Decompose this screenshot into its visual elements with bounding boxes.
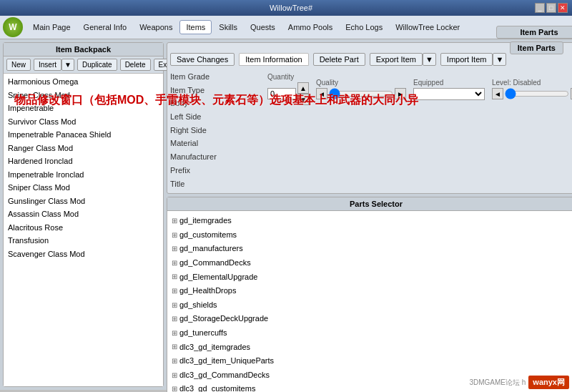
item-list[interactable]: Harmonious OmegaSniper Class ModImpenetr… [4,74,163,386]
menu-main-page[interactable]: Main Page [27,21,77,34]
insert-dropdown-button[interactable]: ▼ [61,59,74,71]
tree-expand-icon[interactable]: ⊞ [172,258,177,269]
save-changes-button[interactable]: Save Changes [170,53,235,66]
window-controls[interactable]: _ □ ✕ [535,3,568,13]
quality-group: Quality ◄ ► [316,79,406,99]
menu-ammo-pools[interactable]: Ammo Pools [282,21,338,34]
tree-item[interactable]: ⊞gd_StorageDeckUpgrade [170,312,572,326]
item-parts-top-header: Item Parts [510,41,563,54]
tree-item-label: gd_manufacturers [179,242,243,255]
item-field-label: Manufacturer [170,150,256,164]
menu-items[interactable]: Items [179,20,212,34]
tree-item-label: gd_tunercuffs [179,327,227,340]
quantity-input[interactable]: 0 [267,88,296,99]
new-button[interactable]: New [6,59,31,71]
delete-part-button[interactable]: Delete Part [313,53,365,66]
watermark: 3DMGAME论坛 h wanyx网 [469,376,569,389]
right-panel: Item Parts Save Changes Item Information… [167,42,572,387]
tree-expand-icon[interactable]: ⊞ [172,328,177,339]
level-decrease-button[interactable]: ◄ [492,88,503,99]
list-item[interactable]: Sniper Class Mod [5,89,162,102]
tree-item-label: gd_shields [179,299,217,312]
item-field-label: Item Type [170,84,256,97]
insert-button[interactable]: Insert [34,59,61,71]
list-item[interactable]: Transfusion [5,234,162,248]
title-bar: WillowTree# _ □ ✕ [0,0,572,16]
tree-item[interactable]: ⊞gd_HealthDrops [170,284,572,298]
tree-expand-icon[interactable]: ⊞ [172,230,177,241]
maximize-button[interactable]: □ [546,3,556,13]
import-item-dropdown[interactable]: ▼ [493,53,506,66]
parts-selector-section: Parts Selector ⊞gd_itemgrades⊞gd_customi… [167,197,572,392]
tree-item[interactable]: ⊞dlc3_gd_itemgrades [170,340,572,355]
tree-item-label: gd_customitems [179,229,237,242]
list-item[interactable]: Scavenger Class Mod [5,248,162,261]
quantity-down-button[interactable]: ▼ [297,94,309,105]
menu-quests[interactable]: Quests [245,21,281,34]
minimize-button[interactable]: _ [535,3,545,13]
tree-item[interactable]: ⊞gd_itemgrades [170,214,572,228]
tree-expand-icon[interactable]: ⊞ [172,215,177,227]
tree-item-label: gd_itemgrades [179,215,232,227]
quantity-up-button[interactable]: ▲ [297,82,309,94]
tree-item-label: gd_StorageDeckUpgrade [179,313,268,325]
equipped-select[interactable] [413,88,485,100]
level-group: Level: Disabled ◄ ► [492,79,572,99]
tree-item[interactable]: ⊞dlc3_gd_item_UniqueParts [170,354,572,368]
level-slider[interactable] [505,88,569,99]
menu-general-info[interactable]: General Info [78,21,133,34]
tree-expand-icon[interactable]: ⊞ [172,300,177,311]
list-item[interactable]: Assassin Class Mod [5,207,162,221]
tree-expand-icon[interactable]: ⊞ [172,271,177,283]
list-item[interactable]: Alacritous Rose [5,221,162,235]
tree-item[interactable]: ⊞gd_customitems [170,228,572,242]
list-item[interactable]: Gunslinger Class Mod [5,195,162,208]
item-field-label: Body [170,97,256,110]
list-item[interactable]: Hardened Ironclad [5,155,162,168]
tree-item[interactable]: ⊞gd_manufacturers [170,242,572,256]
item-field-label: Item Grade [170,70,256,84]
list-item[interactable]: Survivor Class Mod [5,115,162,129]
export-item-dropdown[interactable]: ▼ [423,53,436,66]
equipped-label: Equipped [413,79,485,87]
duplicate-button[interactable]: Duplicate [77,59,117,71]
tree-expand-icon[interactable]: ⊞ [172,370,177,381]
tree-item[interactable]: ⊞gd_shields [170,298,572,313]
list-item[interactable]: Impenetrable [5,102,162,115]
app-logo: W [3,17,23,37]
list-item[interactable]: Impenetrable Ironclad [5,168,162,182]
parts-tree[interactable]: ⊞gd_itemgrades⊞gd_customitems⊞gd_manufac… [167,211,572,392]
import-item-button[interactable]: Import Item [440,53,493,66]
watermark-3dmgame: 3DMGAME论坛 h [469,378,526,388]
main-content: Item Backpack New Insert ▼ Duplicate Del… [0,39,572,390]
tree-item[interactable]: ⊞gd_ElementalUpgrade [170,270,572,285]
close-button[interactable]: ✕ [558,3,568,13]
menu-skills[interactable]: Skills [213,21,243,34]
tree-item[interactable]: ⊞gd_CommandDecks [170,256,572,270]
quality-increase-button[interactable]: ► [395,88,406,99]
tree-expand-icon[interactable]: ⊞ [172,356,177,367]
item-fields: Item GradeItem TypeBodyLeft SideRight Si… [170,70,256,190]
menu-bar: W Main Page General Info Weapons Items S… [0,16,572,39]
menu-weapons[interactable]: Weapons [134,21,178,34]
list-item[interactable]: Sniper Class Mod [5,181,162,195]
list-item[interactable]: Harmonious Omega [5,75,162,89]
item-information-tab[interactable]: Item Information [239,53,308,66]
delete-button[interactable]: Delete [120,59,151,71]
tree-expand-icon[interactable]: ⊞ [172,285,177,297]
menu-echo-logs[interactable]: Echo Logs [340,21,388,34]
quality-slider[interactable] [329,88,393,99]
export-item-button[interactable]: Export Item [370,53,423,66]
list-item[interactable]: Ranger Class Mod [5,142,162,155]
quality-decrease-button[interactable]: ◄ [316,88,327,99]
tree-expand-icon[interactable]: ⊞ [172,383,177,392]
tree-expand-icon[interactable]: ⊞ [172,341,177,353]
parts-selector-header: Parts Selector [167,197,572,211]
details-content: Item GradeItem TypeBodyLeft SideRight Si… [170,70,572,190]
equipped-group: Equipped [413,79,485,100]
list-item[interactable]: Impenetrable Panacea Shield [5,128,162,142]
tree-expand-icon[interactable]: ⊞ [172,313,177,325]
tree-item[interactable]: ⊞gd_tunercuffs [170,326,572,340]
tree-expand-icon[interactable]: ⊞ [172,243,177,255]
menu-willowtree-locker[interactable]: WillowTree Locker [390,21,465,34]
